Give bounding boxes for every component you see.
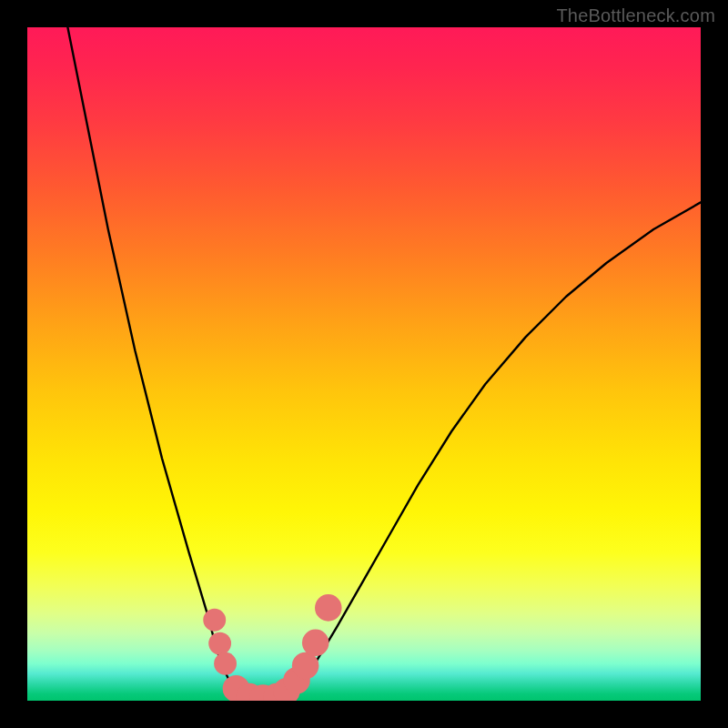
highlight-dot: [292, 652, 319, 680]
highlight-dot: [302, 630, 329, 657]
highlight-dot: [214, 652, 237, 675]
curve-path: [67, 27, 701, 701]
watermark-text: TheBottleneck.com: [556, 5, 715, 26]
curve-layer: [27, 27, 701, 701]
highlight-dots: [203, 594, 341, 701]
highlight-dot: [208, 632, 231, 655]
highlight-dot: [203, 609, 226, 632]
bottleneck-curve: [67, 27, 701, 701]
chart-frame: TheBottleneck.com: [0, 0, 728, 728]
highlight-dot: [315, 594, 342, 622]
plot-area: [27, 27, 701, 701]
